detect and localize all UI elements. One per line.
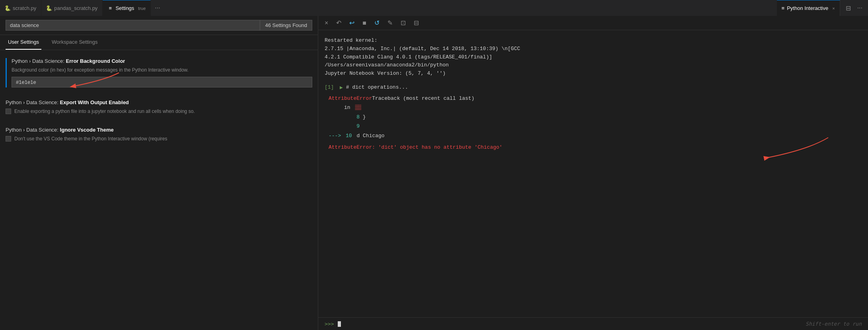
tab-python-interactive[interactable]: ≡ Python Interactive × [777,0,840,16]
error-output: AttributeErrorTraceback (most recent cal… [329,94,862,152]
setting-path-prefix-2: Python › Data Science: [6,99,58,105]
setting-input-error-bg[interactable] [12,77,312,87]
tab-label: Settings [115,5,134,11]
python-interactive-icon: ≡ [782,5,785,11]
tab-close-settings[interactable]: true [138,6,146,11]
error-message-line: AttributeError: 'dict' object has no att… [329,143,862,152]
setting-description-error-bg: Background color (in hex) for exception … [12,66,312,74]
tab-python-interactive-label: Python Interactive [787,5,828,11]
setting-title-export: Python › Data Science: Export With Outpu… [6,99,312,105]
arrow-code: d Chicago [356,133,384,139]
setting-checkbox-row-theme: Don't use the VS Code theme in the Pytho… [6,135,312,142]
toolbar-split-button[interactable]: ⊡ [399,18,407,27]
settings-tabs: User Settings Workspace Settings [0,35,318,50]
tab-close-interactive[interactable]: × [832,6,835,11]
setting-checkbox-row-export: Enable exporting a python file into a ju… [6,108,312,115]
tabs-overflow-button[interactable]: ··· [151,4,164,12]
setting-title-error-bg: Python › Data Science: Error Background … [12,58,312,64]
tab-scratch-py[interactable]: 🐍 scratch.py [0,0,41,16]
line-8: 8 [356,114,360,120]
setting-export-output: Python › Data Science: Export With Outpu… [6,99,312,115]
interactive-input-area: >>> Shift-enter to run [318,317,868,330]
setting-description-ignore-theme: Don't use the VS Code theme in the Pytho… [14,135,167,142]
settings-panel: 46 Settings Found User Settings Workspac… [0,16,318,330]
in-text: in [344,105,350,111]
python-icon-2: 🐍 [46,5,52,11]
right-toolbar: ⊟ ··· [840,4,868,13]
toolbar-back-button[interactable]: ↶ [335,18,343,27]
setting-path-bold-3: Ignore Vscode Theme [60,127,114,133]
toolbar-edit-button[interactable]: ✎ [386,18,394,27]
toolbar-undo-button[interactable]: ↩ [348,18,356,27]
kernel-output: Restarted kernel: 2.7.15 |Anaconda, Inc.… [325,37,862,78]
error-line8: 8 } [329,113,862,122]
line-9: 9 [356,123,360,129]
cell-input-1: [1] ▶ # dict operations... [325,84,862,91]
setting-path-prefix: Python › Data Science: [12,58,64,64]
interactive-output: Restarted kernel: 2.7.15 |Anaconda, Inc.… [318,30,868,317]
settings-content: Python › Data Science: Error Background … [0,50,318,330]
tab-pandas-scratch-py[interactable]: 🐍 pandas_scratch.py [41,0,103,16]
search-bar: 46 Settings Found [0,16,318,35]
python-interactive-panel: × ↶ ↩ ■ ↺ ✎ ⊡ ⊟ Restarted kernel: 2.7.15… [318,16,868,330]
error-message: AttributeError: 'dict' object has no att… [329,144,502,150]
error-line9: 9 [329,122,862,131]
tab-bar: 🐍 scratch.py 🐍 pandas_scratch.py ≡ Setti… [0,0,868,16]
split-editor-button[interactable]: ⊟ [844,4,852,13]
settings-icon: ≡ [107,6,113,11]
tab-workspace-settings[interactable]: Workspace Settings [49,35,100,50]
cell-code-1: # dict operations... [346,84,408,90]
setting-error-bg-color: Python › Data Science: Error Background … [6,58,312,87]
tab-label: scratch.py [13,5,36,11]
error-arrow-line: ---> 10 d Chicago [329,131,862,140]
cursor [338,321,341,327]
toolbar-close-button[interactable]: × [323,19,330,27]
main-layout: 46 Settings Found User Settings Workspac… [0,16,868,330]
cell-block-1: [1] ▶ # dict operations... AttributeErro… [325,84,862,152]
more-actions-button[interactable]: ··· [856,4,864,12]
setting-checkbox-export[interactable] [6,109,11,114]
setting-path-bold-2: Export With Output Enabled [60,99,129,105]
toolbar-more-button[interactable]: ⊟ [412,18,420,27]
interactive-toolbar: × ↶ ↩ ■ ↺ ✎ ⊡ ⊟ [318,16,868,30]
traceback-text: Traceback (most recent call last) [372,95,474,101]
setting-ignore-theme: Python › Data Science: Ignore Vscode The… [6,127,312,142]
cell-number: [1] [325,84,337,90]
search-input[interactable] [6,20,260,31]
toolbar-stop-button[interactable]: ■ [361,19,368,27]
search-results-badge: 46 Settings Found [260,20,312,31]
tab-settings[interactable]: ≡ Settings true [103,0,151,16]
error-in-line: in ▒▒ [329,103,862,112]
indent-8: } [363,114,366,120]
cell-run-arrow[interactable]: ▶ [340,84,343,91]
error-arrow: ---> [329,133,341,139]
tab-label: pandas_scratch.py [54,5,97,11]
tab-user-settings[interactable]: User Settings [6,35,41,50]
setting-title-ignore-theme: Python › Data Science: Ignore Vscode The… [6,127,312,133]
toolbar-restart-button[interactable]: ↺ [373,18,381,27]
setting-checkbox-theme[interactable] [6,136,11,142]
setting-path-prefix-3: Python › Data Science: [6,127,58,133]
python-icon: 🐍 [5,5,10,11]
error-name: AttributeError [329,95,372,101]
repl-prompt: >>> [325,321,334,327]
arrow-num: 10 [346,133,352,139]
repl-input[interactable] [345,321,802,327]
setting-description-export: Enable exporting a python file into a ju… [14,108,195,115]
repl-hint: Shift-enter to run [806,321,862,327]
error-traceback-line: AttributeErrorTraceback (most recent cal… [329,94,862,103]
setting-path-bold: Error Background Color [66,58,125,64]
